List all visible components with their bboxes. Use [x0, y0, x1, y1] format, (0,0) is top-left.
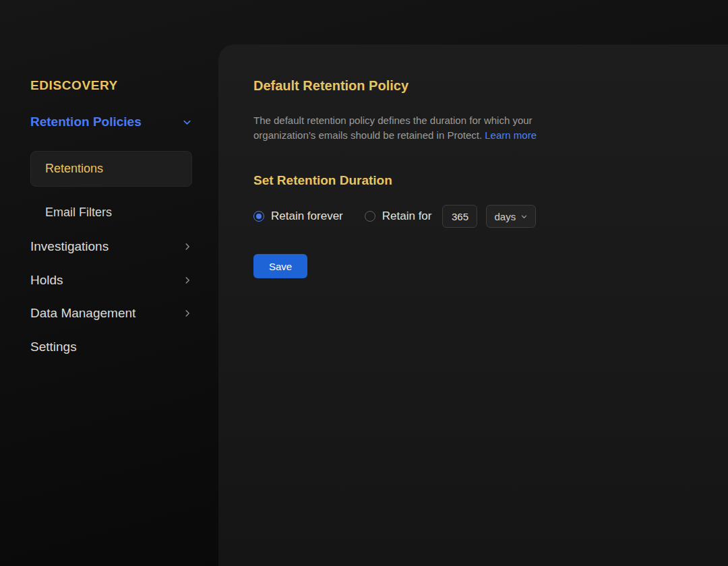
retention-policies-label: Retention Policies [30, 115, 142, 129]
sidebar-item-data-management[interactable]: Data Management [30, 306, 192, 321]
chevron-down-icon [520, 213, 528, 220]
retain-for-radio[interactable] [365, 211, 375, 222]
sidebar-item-holds[interactable]: Holds [30, 273, 192, 288]
investigations-label: Investigations [30, 239, 109, 254]
save-button[interactable]: Save [253, 254, 307, 278]
data-management-label: Data Management [30, 306, 135, 321]
retentions-label: Retentions [45, 162, 103, 176]
sidebar: EDISCOVERY Retention Policies Retentions… [0, 0, 218, 566]
chevron-right-icon [183, 276, 192, 285]
retention-days-input[interactable] [442, 205, 477, 228]
retain-forever-label[interactable]: Retain forever [271, 210, 343, 223]
sidebar-item-email-filters[interactable]: Email Filters [45, 206, 112, 220]
settings-label: Settings [30, 340, 77, 354]
retention-unit-value: days [494, 211, 516, 222]
main-panel: Default Retention Policy The default ret… [218, 44, 728, 566]
page-title: Default Retention Policy [253, 78, 408, 94]
learn-more-link[interactable]: Learn more [485, 129, 537, 141]
chevron-right-icon [183, 242, 192, 251]
retention-duration-options: Retain forever Retain for days [253, 205, 536, 228]
policy-description: The default retention policy defines the… [253, 113, 580, 143]
sidebar-item-investigations[interactable]: Investigations [30, 239, 192, 254]
app-title: EDISCOVERY [30, 78, 118, 93]
chevron-down-icon [182, 117, 192, 127]
retain-for-label[interactable]: Retain for [382, 210, 432, 223]
chevron-right-icon [183, 309, 192, 318]
retain-forever-radio[interactable] [253, 211, 264, 222]
retention-unit-select[interactable]: days [486, 205, 536, 228]
section-title: Set Retention Duration [253, 173, 392, 188]
holds-label: Holds [30, 273, 63, 288]
sidebar-item-retentions[interactable]: Retentions [30, 151, 192, 187]
sidebar-item-settings[interactable]: Settings [30, 340, 192, 354]
radio-dot [256, 214, 262, 219]
sidebar-item-retention-policies[interactable]: Retention Policies [30, 115, 192, 129]
